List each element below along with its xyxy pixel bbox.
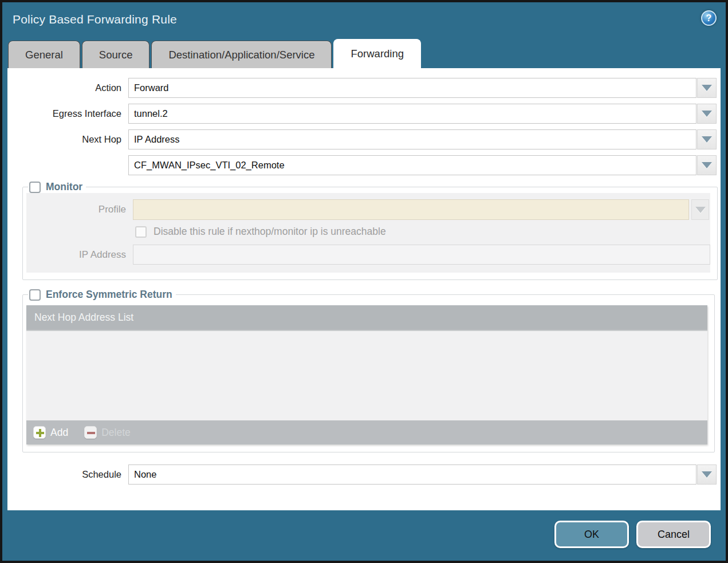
- add-button[interactable]: Add: [33, 426, 68, 439]
- table-body-empty[interactable]: [26, 331, 707, 420]
- dialog-footer: OK Cancel: [2, 508, 726, 561]
- chevron-down-icon: [702, 111, 712, 117]
- monitor-ip-label: IP Address: [26, 249, 126, 261]
- help-icon[interactable]: ?: [701, 10, 717, 26]
- tab-source[interactable]: Source: [82, 41, 150, 68]
- profile-row: Profile: [26, 199, 710, 220]
- dialog-title: Policy Based Forwarding Rule: [13, 13, 177, 26]
- chevron-down-icon: [702, 136, 712, 143]
- tab-bar: General Source Destination/Application/S…: [2, 39, 726, 68]
- chevron-down-icon: [702, 471, 712, 478]
- delete-button-label: Delete: [101, 427, 131, 439]
- plus-icon: [33, 426, 46, 439]
- schedule-label: Schedule: [7, 469, 121, 480]
- ok-button[interactable]: OK: [554, 521, 629, 548]
- egress-interface-row: Egress Interface tunnel.2: [7, 104, 721, 124]
- add-button-label: Add: [50, 427, 68, 439]
- next-hop-address-dropdown-button[interactable]: [697, 155, 717, 175]
- cancel-button[interactable]: Cancel: [636, 521, 711, 548]
- profile-select: [133, 199, 689, 220]
- monitor-checkbox[interactable]: [29, 182, 41, 193]
- schedule-select[interactable]: None: [128, 464, 696, 485]
- tab-destination-application-service[interactable]: Destination/Application/Service: [151, 41, 332, 68]
- table-footer: Add Delete: [26, 420, 707, 444]
- egress-interface-dropdown-button[interactable]: [697, 104, 717, 124]
- next-hop-address-row: CF_MWAN_IPsec_VTI_02_Remote: [7, 155, 721, 175]
- action-label: Action: [7, 82, 121, 93]
- next-hop-address-table: Next Hop Address List Add Delete: [26, 305, 707, 444]
- next-hop-type-dropdown-button[interactable]: [697, 129, 717, 149]
- chevron-down-icon: [695, 207, 706, 213]
- action-select[interactable]: Forward: [128, 78, 696, 98]
- delete-button: Delete: [84, 426, 131, 439]
- monitor-ip-input: [133, 245, 710, 265]
- symmetric-return-checkbox[interactable]: [29, 289, 41, 301]
- table-header-next-hop-address-list: Next Hop Address List: [26, 305, 707, 331]
- tab-content-forwarding: Action Forward Egress Interface tunnel.2…: [7, 68, 721, 510]
- profile-label: Profile: [26, 204, 126, 215]
- next-hop-address-select[interactable]: CF_MWAN_IPsec_VTI_02_Remote: [128, 155, 696, 175]
- symmetric-return-legend: Enforce Symmetric Return: [46, 289, 172, 301]
- disable-rule-row: Disable this rule if nexthop/monitor ip …: [135, 226, 710, 238]
- next-hop-type-select[interactable]: IP Address: [128, 129, 696, 149]
- egress-interface-label: Egress Interface: [7, 108, 121, 119]
- profile-dropdown-button: [691, 199, 709, 220]
- schedule-row: Schedule None: [7, 464, 721, 485]
- chevron-down-icon: [702, 162, 712, 168]
- minus-icon: [84, 426, 97, 439]
- titlebar: Policy Based Forwarding Rule ?: [2, 2, 726, 39]
- disable-rule-checkbox: [135, 226, 147, 238]
- pbf-rule-dialog: Policy Based Forwarding Rule ? General S…: [0, 0, 728, 563]
- next-hop-row: Next Hop IP Address: [7, 129, 721, 149]
- egress-interface-select[interactable]: tunnel.2: [128, 104, 696, 124]
- schedule-dropdown-button[interactable]: [697, 464, 717, 485]
- monitor-legend: Monitor: [46, 181, 82, 193]
- action-dropdown-button[interactable]: [697, 78, 717, 98]
- disable-rule-label: Disable this rule if nexthop/monitor ip …: [154, 226, 386, 238]
- action-row: Action Forward: [7, 78, 721, 98]
- monitor-panel: Profile Disable this rule if nexthop/mon…: [26, 193, 710, 273]
- monitor-ip-row: IP Address: [26, 245, 710, 265]
- chevron-down-icon: [702, 85, 712, 91]
- tab-general[interactable]: General: [8, 41, 80, 68]
- monitor-section: Monitor Profile Disable this rule if nex…: [22, 181, 718, 280]
- symmetric-return-section: Enforce Symmetric Return Next Hop Addres…: [22, 289, 715, 452]
- next-hop-label: Next Hop: [7, 134, 121, 145]
- tab-forwarding[interactable]: Forwarding: [333, 39, 421, 68]
